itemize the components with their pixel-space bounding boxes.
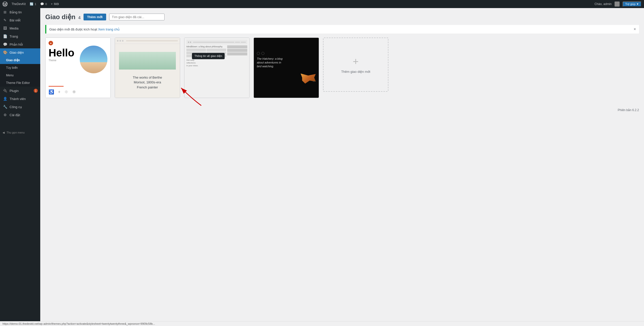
page-title: Giao diện 4 [45, 13, 80, 21]
hello-active-bar: Đang kích hoạt: Hello Eleme... Tùy biến [46, 98, 110, 98]
posts-icon: ✎ [3, 18, 8, 22]
users-icon: 👤 [3, 97, 8, 101]
update-icon: 🔄 [30, 2, 33, 6]
hello-sub-text: Theme [49, 59, 74, 62]
media-icon: 🖼 [3, 26, 8, 30]
avatar[interactable] [615, 2, 620, 7]
comment-icon: 💬 [40, 2, 44, 6]
sidebar-item-appearance[interactable]: 🎨 Giao diện [0, 48, 40, 56]
wp-logo-icon [3, 2, 8, 7]
wp-wrapper: ⊞ Bảng tin ✎ Bài viết 🖼 Media 📄 Trang 💬 … [0, 8, 644, 326]
sidebar-item-comments[interactable]: 💬 Phản hồi [0, 40, 40, 48]
t22-logo [257, 52, 316, 55]
sidebar-item-users[interactable]: 👤 Thành viên [0, 95, 40, 103]
submenu-theme-editor[interactable]: Theme File Editor [0, 79, 40, 87]
sidebar-label-users: Thành viên [10, 97, 26, 101]
comment-item[interactable]: 💬 0 [40, 2, 47, 6]
customize-sub-label: Tùy biến [6, 66, 18, 70]
site-name-label: TheDevKit [12, 2, 26, 6]
plugins-badge: 1 [34, 89, 38, 93]
t21-thumb: The works of BertheMorisot, 1800s-eraFre… [115, 38, 180, 98]
sidebar-label-appearance: Giao diện [10, 51, 24, 54]
t22-circle-1 [257, 52, 260, 55]
settings-icon: ⚙ [3, 113, 8, 117]
hello-badge: ● [49, 41, 53, 45]
sidebar-label-tools: Công cụ [10, 105, 22, 109]
new-item[interactable]: + Mới [51, 2, 59, 6]
dashboard-icon: ⊞ [3, 10, 8, 14]
t22-info-bar: Twenty Twenty-Two [254, 98, 319, 98]
update-count: 1 [35, 3, 36, 6]
sidebar-item-plugins[interactable]: 🔌 Plugin 1 [0, 87, 40, 95]
add-theme-label: Thêm giao diện mới [341, 70, 370, 74]
comments-icon: 💬 [3, 42, 8, 46]
sidebar-item-settings[interactable]: ⚙ Cài đặt [0, 111, 40, 119]
collapse-icon: ◀ [3, 131, 5, 134]
submenu-menu[interactable]: Menu [0, 72, 40, 79]
t23-tooltip: Thông tin về giao diện [192, 53, 225, 59]
pages-icon: 📄 [3, 34, 8, 38]
themes-sub-label: Giao diện [6, 58, 20, 62]
submenu-themes[interactable]: Giao diện [0, 56, 40, 64]
sidebar-item-media[interactable]: 🖼 Media [0, 24, 40, 32]
t22-circle-2 [261, 52, 264, 55]
theme-card-twenty-twenty-one[interactable]: The works of BertheMorisot, 1800s-eraFre… [115, 38, 180, 98]
status-bar: https://demo-01.thedevkit.net/wp-admin/t… [0, 321, 644, 326]
t21-header-bar [115, 38, 180, 44]
sidebar-label-pages: Trang [10, 35, 18, 38]
sidebar-label-comments: Phản hồi [10, 43, 23, 46]
theme-count: 4 [78, 16, 80, 20]
t23-mini-header [186, 40, 247, 44]
add-new-button[interactable]: Thêm mới [84, 14, 106, 20]
menu-sub-label: Menu [6, 74, 14, 77]
appearance-icon: 🎨 [3, 50, 8, 54]
notice-close-button[interactable]: × [634, 27, 636, 31]
theme-card-hello-elementor[interactable]: ● Hello Theme [45, 38, 111, 98]
comment-count: 0 [45, 3, 47, 6]
theme-card-twenty-twenty-three[interactable]: Mindblown: a blog about philosophy. [184, 38, 250, 98]
theme-card-twenty-twenty-two[interactable]: The Hatchery: a blogabout adventures inb… [254, 38, 319, 98]
notice-banner: Giao diện mới đã được kích hoạt Xem tran… [45, 25, 639, 34]
t23-info-bar: Twenty Twenty-Three Kích hoạt [184, 98, 249, 98]
admin-bar-left: TheDevKit 🔄 1 💬 0 + Mới [3, 2, 59, 7]
greeting-text: Chào, admin [594, 2, 612, 6]
sidebar-label-posts: Bài viết [10, 18, 20, 22]
page-header: Giao diện 4 Thêm mới [45, 13, 639, 21]
add-theme-card[interactable]: + Thêm giao diện mới [323, 38, 388, 92]
collapse-menu-item[interactable]: ◀ Thu gọn menu [0, 129, 40, 136]
add-plus-icon: + [353, 56, 358, 67]
notice-link[interactable]: Xem trang chủ [98, 27, 119, 31]
sidebar-item-posts[interactable]: ✎ Bài viết [0, 16, 40, 24]
themes-grid: ● Hello Theme [45, 38, 639, 98]
sidebar-item-dashboard[interactable]: ⊞ Bảng tin [0, 8, 40, 16]
plugins-icon: 🔌 [3, 89, 8, 93]
sidebar-label-dashboard: Bảng tin [10, 10, 22, 14]
appearance-submenu: Giao diện Tùy biến Menu Theme File Edito… [0, 56, 40, 87]
site-name-item[interactable]: TheDevKit [12, 2, 26, 6]
sidebar: ⊞ Bảng tin ✎ Bài viết 🖼 Media 📄 Trang 💬 … [0, 8, 40, 326]
t22-thumb: The Hatchery: a blogabout adventures inb… [254, 38, 319, 98]
update-item[interactable]: 🔄 1 [30, 2, 36, 6]
submenu-customize[interactable]: Tùy biến [0, 64, 40, 72]
sidebar-item-tools[interactable]: 🔧 Công cụ [0, 103, 40, 111]
sidebar-label-settings: Cài đặt [10, 113, 20, 117]
notice-text: Giao diện mới đã được kích hoạt Xem tran… [49, 27, 119, 31]
search-input[interactable] [109, 14, 165, 20]
t22-tagline: The Hatchery: a blogabout adventures inb… [257, 57, 316, 69]
page-footer: Phiên bản 6.2.2 [45, 108, 639, 112]
t23-thumb: Mindblown: a blog about philosophy. [184, 38, 249, 98]
hello-big-text: Hello [49, 47, 74, 59]
help-button[interactable]: Trợ giúp ▼ [623, 2, 641, 7]
admin-bar-right: Chào, admin Trợ giúp ▼ [594, 2, 641, 7]
sidebar-item-pages[interactable]: 📄 Trang [0, 32, 40, 40]
sidebar-label-plugins: Plugin [10, 89, 19, 93]
wp-logo-item[interactable] [3, 2, 8, 7]
new-icon: + [51, 2, 53, 6]
main-content: Giao diện 4 Thêm mới Giao diện mới đã đư… [40, 8, 644, 326]
themes-area: ● Hello Theme [45, 38, 639, 98]
version-text: Phiên bản 6.2.2 [618, 108, 639, 112]
tools-icon: 🔧 [3, 105, 8, 109]
status-url: https://demo-01.thedevkit.net/wp-admin/t… [3, 322, 155, 325]
t21-main-text: The works of BertheMorisot, 1800s-eraFre… [133, 75, 162, 90]
collapse-label: Thu gọn menu [7, 131, 25, 134]
